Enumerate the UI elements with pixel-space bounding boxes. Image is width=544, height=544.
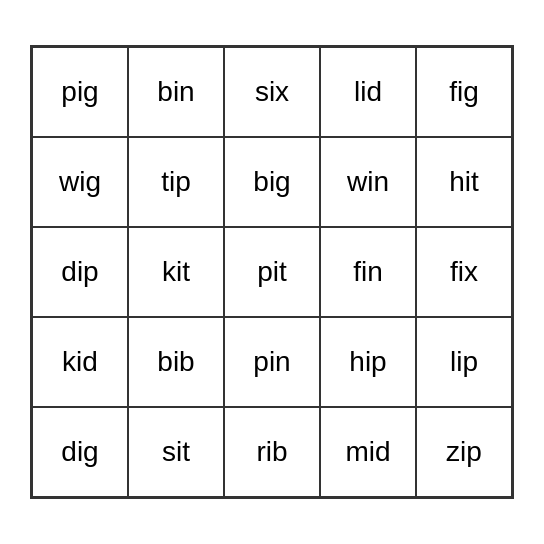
grid-cell-3-2: pin: [224, 317, 320, 407]
grid-cell-2-0: dip: [32, 227, 128, 317]
grid-cell-3-1: bib: [128, 317, 224, 407]
grid-cell-2-4: fix: [416, 227, 512, 317]
grid-cell-2-1: kit: [128, 227, 224, 317]
grid-cell-4-1: sit: [128, 407, 224, 497]
grid-cell-0-2: six: [224, 47, 320, 137]
grid-cell-4-4: zip: [416, 407, 512, 497]
grid-row-0: pigbinsixlidfig: [32, 47, 512, 137]
grid-cell-4-2: rib: [224, 407, 320, 497]
grid-row-1: wigtipbigwinhit: [32, 137, 512, 227]
grid-cell-1-1: tip: [128, 137, 224, 227]
grid-cell-4-0: dig: [32, 407, 128, 497]
grid-cell-0-4: fig: [416, 47, 512, 137]
grid-row-2: dipkitpitfinfix: [32, 227, 512, 317]
grid-cell-1-4: hit: [416, 137, 512, 227]
word-grid: pigbinsixlidfigwigtipbigwinhitdipkitpitf…: [30, 45, 514, 499]
grid-cell-4-3: mid: [320, 407, 416, 497]
grid-cell-1-2: big: [224, 137, 320, 227]
grid-cell-0-1: bin: [128, 47, 224, 137]
grid-cell-2-3: fin: [320, 227, 416, 317]
grid-row-4: digsitribmidzip: [32, 407, 512, 497]
grid-cell-2-2: pit: [224, 227, 320, 317]
grid-cell-0-3: lid: [320, 47, 416, 137]
grid-cell-1-3: win: [320, 137, 416, 227]
grid-cell-0-0: pig: [32, 47, 128, 137]
grid-cell-1-0: wig: [32, 137, 128, 227]
grid-cell-3-4: lip: [416, 317, 512, 407]
grid-row-3: kidbibpinhiplip: [32, 317, 512, 407]
grid-cell-3-3: hip: [320, 317, 416, 407]
grid-cell-3-0: kid: [32, 317, 128, 407]
